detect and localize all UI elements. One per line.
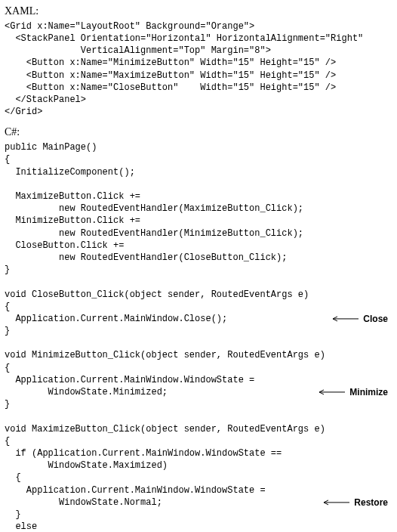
code-line: MinimizeButton.Click +=: [5, 215, 392, 227]
annotation-label: Restore: [321, 496, 388, 509]
code-line: }: [5, 325, 392, 337]
code-line: <Grid x:Name="LayoutRoot" Background="Or…: [5, 20, 392, 32]
code-line: void MaximizeButton_Click(object sender,…: [5, 423, 392, 435]
csharp-heading: C#:: [5, 125, 392, 140]
code-line: new RoutedEventHandler(MaximizeButton_Cl…: [5, 203, 392, 215]
code-line: MaximizeButton.Click +=: [5, 190, 392, 203]
code-line: <StackPanel Orientation="Horizontal" Hor…: [5, 32, 392, 45]
code-line: [5, 337, 392, 349]
code-line: }: [5, 264, 392, 276]
code-line: VerticalAlignment="Top" Margin="8">: [5, 45, 392, 57]
code-line: {: [5, 301, 392, 313]
code-line: WindowState.Maximized): [5, 459, 392, 472]
arrow-left-icon: [321, 500, 349, 506]
code-line: <Button x:Name="MinimizeButton" Width="1…: [5, 57, 392, 69]
code-line: WindowState.Minimized;Minimize: [5, 386, 392, 398]
code-line: }: [5, 398, 392, 410]
annotation-text: Restore: [354, 496, 388, 509]
code-line: else: [5, 521, 392, 532]
annotation-label: Minimize: [316, 386, 388, 398]
annotation-text: Minimize: [349, 386, 388, 398]
code-line: void CloseButton_Click(object sender, Ro…: [5, 289, 392, 301]
code-line: public MainPage(): [5, 141, 392, 153]
code-line: [5, 276, 392, 288]
code-line: <Button x:Name="MaximizeButton" Width="1…: [5, 70, 392, 82]
arrow-left-icon: [316, 389, 345, 395]
code-line: </Grid>: [5, 106, 392, 118]
code-line: [5, 178, 392, 190]
code-line: {: [5, 362, 392, 374]
csharp-code-block: public MainPage(){ InitializeComponent()…: [5, 141, 392, 532]
annotation-text: Close: [363, 313, 388, 325]
code-line: }: [5, 509, 392, 521]
code-line: Application.Current.MainWindow.Close();C…: [5, 313, 392, 325]
code-line: void MinimizeButton_Click(object sender,…: [5, 349, 392, 361]
code-listing-page: XAML: <Grid x:Name="LayoutRoot" Backgrou…: [0, 0, 397, 532]
code-line: CloseButton.Click +=: [5, 240, 392, 252]
code-line: [5, 410, 392, 422]
xaml-code-block: <Grid x:Name="LayoutRoot" Background="Or…: [5, 20, 392, 119]
annotation-label: Close: [330, 313, 388, 325]
code-line: Application.Current.MainWindow.WindowSta…: [5, 374, 392, 386]
code-line: {: [5, 153, 392, 165]
arrow-left-icon: [330, 316, 359, 322]
code-line: Application.Current.MainWindow.WindowSta…: [5, 484, 392, 496]
code-line: {: [5, 472, 392, 484]
code-line: InitializeComponent();: [5, 166, 392, 178]
code-line: new RoutedEventHandler(CloseButton_Click…: [5, 252, 392, 264]
code-line: </StackPanel>: [5, 94, 392, 106]
code-line: WindowState.Normal;Restore: [5, 496, 392, 509]
code-line: <Button x:Name="CloseButton" Width="15" …: [5, 82, 392, 94]
code-line: {: [5, 435, 392, 447]
code-line: new RoutedEventHandler(MinimizeButton_Cl…: [5, 227, 392, 240]
code-line: if (Application.Current.MainWindow.Windo…: [5, 447, 392, 459]
xaml-heading: XAML:: [5, 5, 392, 19]
